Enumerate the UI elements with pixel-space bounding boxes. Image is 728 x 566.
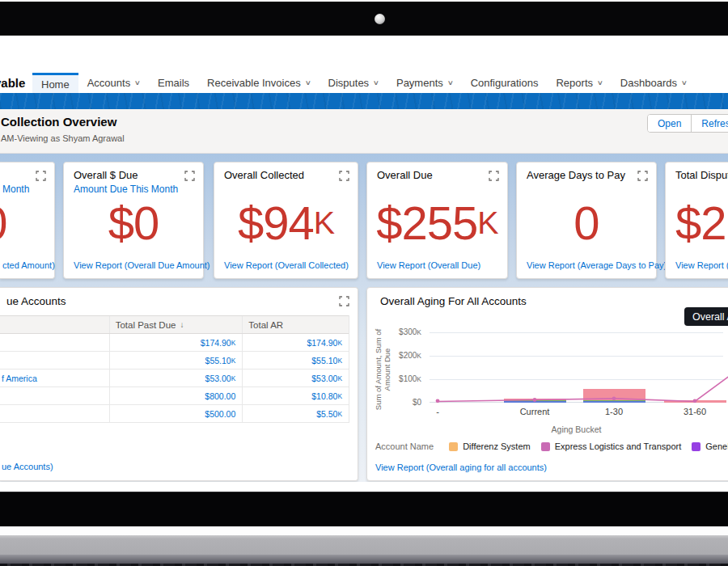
kpi-title: Overall Collected [224,169,304,181]
past-due-accounts-card: ue Accounts Total Past Due ↓ Total AR $1… [0,287,358,481]
legend-swatch-icon [449,442,458,451]
header-button-group: Open Refresh [647,114,728,133]
nav-tab-label: Home [41,78,70,91]
kpi-card-overall-due-amount: Overall $ Due Amount Due This Month $0 V… [63,162,204,279]
total-past-due-value[interactable]: $800.00 [109,387,243,404]
page-bottom-margin [0,482,728,492]
kpi-value: $0 [64,195,203,251]
kpi-title: Average Days to Pay [527,169,625,181]
nav-tab-label: Configurations [471,77,539,89]
legend-item-express-logistics-and-transport[interactable]: Express Logistics and Transport [541,441,682,451]
total-past-due-value[interactable]: $55.10K [109,352,243,369]
kpi-card-overall-due: Overall Due $255K View Report (Overall D… [366,162,508,279]
y-tick-label: $0 [413,398,421,407]
expand-icon[interactable] [637,171,648,181]
kpi-card-overall-collected: Overall Collected $94K View Report (Over… [214,162,358,279]
table-header-row: Total Past Due ↓ Total AR [0,315,349,334]
x-axis-label: Aging Bucket [430,424,723,434]
kpi-subtitle[interactable]: Month [2,184,29,195]
view-report-link[interactable]: View Report (Overall aging for all accou… [375,463,547,472]
expand-icon[interactable] [36,171,46,181]
table-card-title: ue Accounts [6,295,66,307]
x-tick-label: - [436,407,439,416]
legend-swatch-icon [541,442,550,451]
laptop-base-shadow [0,555,728,564]
total-ar-value[interactable]: $53.00K [242,370,349,386]
nav-tab-dashboards[interactable]: Dashboards∨ [612,73,696,93]
chevron-down-icon: ∨ [373,79,379,87]
nav-tab-emails[interactable]: Emails [149,73,198,93]
y-tick-label: $100K [399,374,421,383]
chart-card-title: Overall Aging For All Accounts [380,295,527,307]
nav-tab-accounts[interactable]: Accounts∨ [78,73,149,93]
open-button[interactable]: Open [648,115,691,132]
expand-icon[interactable] [489,171,499,181]
past-due-table-body: $174.90K$174.90K$55.10K$55.10Kf America$… [0,334,349,423]
view-report-link[interactable]: ue Accounts) [2,462,53,471]
total-past-due-value[interactable]: $500.00 [109,405,243,422]
line-point [612,396,616,400]
legend-item-differenz-system[interactable]: Differenz System [449,441,531,451]
screen: Search... ★ ▼ + vable HomeAccounts∨Email… [0,0,728,566]
account-link[interactable]: f America [0,374,109,383]
total-ar-value[interactable]: $174.90K [242,334,349,351]
x-tick-label: Current [520,407,550,416]
app-name: vable [0,73,25,93]
laptop-bottom-bezel [0,492,728,526]
line-point [436,399,440,403]
kpi-value: $255K [367,195,507,251]
column-header-total-past-due[interactable]: Total Past Due ↓ [109,316,243,333]
nav-tab-label: Accounts [87,77,130,89]
view-report-link[interactable]: View Report (Average Days to Pay) [527,260,667,270]
nav-tab-disputes[interactable]: Disputes∨ [320,73,387,93]
nav-tab-reports[interactable]: Reports∨ [547,73,611,93]
nav-tab-receivable-invoices[interactable]: Receivable Invoices∨ [198,73,319,93]
legend-item-genepoints[interactable]: GenePoints [692,441,728,451]
total-past-due-value[interactable]: $53.00K [109,370,243,386]
nav-tab-label: Dashboards [620,77,677,89]
y-tick-label: $300K [399,327,421,336]
view-report-link[interactable]: View Report (Overall Due Amount) [74,260,210,270]
view-report-link[interactable]: View Report (Tot [675,260,728,270]
refresh-button[interactable]: Refresh [691,115,728,132]
utility-bar: Search... ★ ▼ + [0,36,728,73]
view-report-link[interactable]: View Report (Overall Collected) [224,260,349,270]
nav-tabs: HomeAccounts∨EmailsReceivable Invoices∨D… [32,73,696,93]
legend-swatch-icon [692,442,700,451]
x-axis-ticks: -Current1-3031-60 [430,407,723,418]
legend-item-label: Express Logistics and Transport [555,441,682,451]
total-ar-value[interactable]: $10.80K [242,387,349,404]
total-past-due-value[interactable]: $174.90K [109,334,243,351]
view-report-link[interactable]: cted Amount) [2,260,55,270]
column-header-label: Total Past Due [116,320,176,330]
kpi-title: Total Dispute [675,169,728,181]
nav-tab-label: Emails [158,77,189,89]
past-due-table: Total Past Due ↓ Total AR $174.90K$174.9… [0,315,349,423]
kpi-value: 0 [517,195,656,251]
nav-tab-payments[interactable]: Payments∨ [387,73,462,93]
line-point [533,398,537,402]
chevron-down-icon: ∨ [447,79,454,87]
expand-icon[interactable] [339,171,349,181]
nav-tab-label: Payments [396,77,443,89]
table-row: $800.00$10.80K [0,387,349,405]
page-subtitle: AM-Viewing as Shyam Agrawal [1,133,125,143]
chart-legend: Account Name Differenz SystemExpress Log… [375,441,728,451]
kpi-value: $94K [214,195,358,251]
total-ar-value[interactable]: $5.50K [242,405,349,422]
total-ar-value[interactable]: $55.10K [242,352,349,369]
view-report-link[interactable]: View Report (Overall Due) [377,260,480,270]
column-header-label: Total AR [248,320,283,330]
aging-plot [430,328,723,403]
kpi-subtitle[interactable]: Amount Due This Month [74,184,178,195]
nav-tab-configurations[interactable]: Configurations [462,73,548,93]
page-title: Collection Overview [1,115,116,129]
brand-band [0,93,728,109]
expand-icon[interactable] [339,296,349,306]
sort-descending-icon: ↓ [180,320,184,329]
nav-tab-home[interactable]: Home [32,73,78,93]
column-header-total-ar[interactable]: Total AR [242,316,349,333]
nav-tab-label: Receivable Invoices [207,77,301,89]
chevron-down-icon: ∨ [681,79,688,87]
expand-icon[interactable] [184,171,195,181]
